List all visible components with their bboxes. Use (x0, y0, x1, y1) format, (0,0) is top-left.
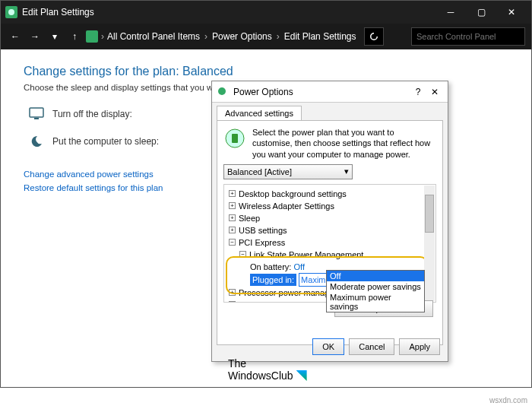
back-button[interactable]: ← (7, 28, 24, 45)
help-button[interactable]: ? (410, 87, 426, 97)
crumb-all-items[interactable]: All Control Panel Items (107, 31, 200, 42)
dialog-description: Select the power plan that you want to c… (252, 127, 436, 160)
minimize-button[interactable]: ─ (435, 1, 466, 24)
tree-desktop-bg[interactable]: +Desktop background settings (229, 188, 422, 200)
tree-usb[interactable]: +USB settings (229, 224, 422, 236)
tree-link-state[interactable]: −Link State Power Management (229, 249, 422, 261)
option-moderate[interactable]: Moderate power savings (327, 281, 424, 292)
app-icon (5, 6, 17, 18)
window-title: Edit Plan Settings (22, 7, 435, 17)
crumb-edit-plan[interactable]: Edit Plan Settings (284, 31, 356, 42)
dropdown-list[interactable]: Off Moderate power savings Maximum power… (326, 270, 425, 312)
path-icon (86, 30, 98, 43)
svg-rect-2 (86, 30, 98, 43)
tab-advanced[interactable]: Advanced settings (217, 106, 302, 120)
dialog-footer: OK Cancel Apply (312, 338, 440, 355)
ok-button[interactable]: OK (312, 338, 344, 355)
dropdown-history-icon[interactable]: ▾ (46, 28, 63, 45)
watermark: wsxdn.com (489, 396, 527, 404)
tree-wireless[interactable]: +Wireless Adapter Settings (229, 200, 422, 212)
option-maximum[interactable]: Maximum power savings (327, 292, 424, 312)
toolbar: ← → ▾ ↑ › All Control Panel Items › Powe… (1, 24, 531, 49)
option-off[interactable]: Off (327, 271, 424, 281)
close-button[interactable]: ✕ (496, 1, 527, 24)
moon-icon (28, 133, 45, 150)
crumb-power-options[interactable]: Power Options (212, 31, 272, 42)
dialog-close-button[interactable]: ✕ (426, 87, 443, 97)
battery-icon (223, 127, 246, 150)
plan-select-value: Balanced [Active] (227, 167, 292, 176)
power-options-dialog: Power Options ? ✕ Advanced settings Sele… (211, 81, 448, 362)
titlebar: Edit Plan Settings ─ ▢ ✕ (1, 1, 531, 24)
plan-select[interactable]: Balanced [Active] ▾ (223, 164, 353, 179)
search-input[interactable] (411, 27, 525, 46)
row-display-label: Turn off the display: (52, 109, 132, 119)
svg-rect-7 (232, 134, 238, 143)
power-icon (217, 86, 229, 98)
svg-point-1 (8, 9, 14, 15)
cancel-button[interactable]: Cancel (349, 338, 394, 355)
brand-logo: The WindowsClub (228, 357, 307, 382)
maximize-button[interactable]: ▢ (466, 1, 496, 24)
dialog-title: Power Options (233, 87, 410, 97)
forward-button[interactable]: → (27, 28, 43, 45)
scrollbar[interactable] (424, 186, 435, 301)
dialog-titlebar: Power Options ? ✕ (212, 81, 448, 103)
apply-button[interactable]: Apply (399, 338, 440, 355)
refresh-button[interactable] (364, 27, 384, 46)
up-button[interactable]: ↑ (66, 28, 83, 45)
row-sleep-label: Put the computer to sleep: (52, 136, 159, 147)
svg-rect-4 (34, 118, 39, 119)
breadcrumb: All Control Panel Items › Power Options … (107, 31, 356, 42)
tree-pci[interactable]: −PCI Express (229, 236, 422, 249)
svg-rect-3 (30, 108, 43, 117)
tabs: Advanced settings (212, 103, 448, 120)
page-heading: Change settings for the plan: Balanced (24, 65, 508, 78)
tree-sleep[interactable]: +Sleep (229, 212, 422, 224)
svg-point-5 (218, 87, 226, 95)
monitor-icon (28, 106, 45, 122)
chevron-down-icon: ▾ (344, 167, 349, 176)
